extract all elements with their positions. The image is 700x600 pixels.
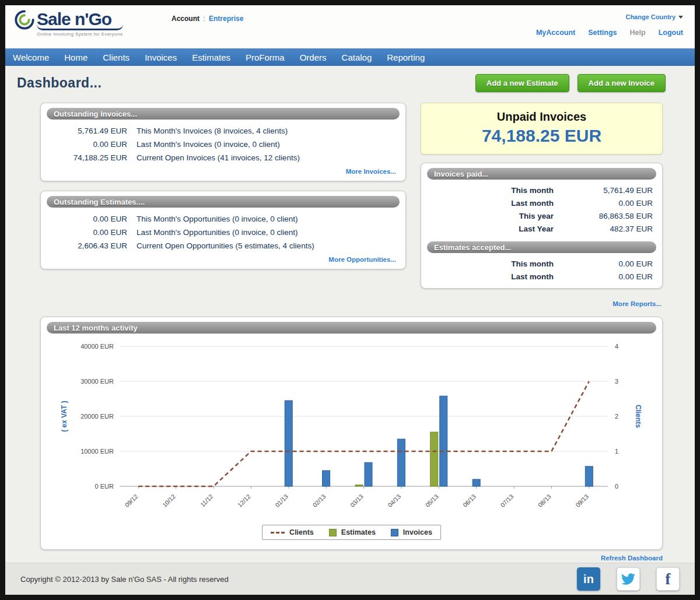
paid-and-accepted-card: Invoices paid... This month 5,761.49 EUR…	[421, 163, 663, 289]
link-help[interactable]: Help	[630, 29, 646, 37]
chart-legend-row: ClientsEstimatesInvoices	[47, 525, 656, 540]
row-amount: 2,606.43 EUR	[51, 240, 127, 251]
app-footer: Copyright © 2012-2013 by Sale n'Go SAS -…	[5, 563, 695, 595]
estimates-swatch-icon	[329, 529, 337, 536]
twitter-icon[interactable]	[617, 567, 640, 591]
activity-chart: 0 EUR10000 EUR20000 EUR30000 EUR40000 EU…	[47, 338, 656, 522]
row-description: Last Month's Opportunities (0 invoice, 0…	[136, 227, 395, 238]
svg-text:10/12: 10/12	[161, 493, 177, 508]
invoice-summary-row: 0.00 EUR Last Month's Invoices (0 invoic…	[47, 138, 400, 151]
app-frame: Sale n'Go Online Invoicing System for Ev…	[0, 0, 700, 600]
row-amount: 5,761.49 EUR	[51, 125, 127, 136]
accepted-row: This month 0.00 EUR	[427, 258, 656, 271]
more-opportunities-link[interactable]: More Opportunities...	[47, 252, 400, 264]
nav-item-proforma[interactable]: ProForma	[238, 48, 292, 66]
outstanding-invoices-header: Outstanding Invoices...	[47, 108, 400, 120]
estimates-accepted-header: Estimates accepted...	[427, 241, 656, 253]
linkedin-icon[interactable]: in	[577, 567, 600, 591]
legend-label: Clients	[289, 528, 314, 536]
row-amount: 0.00 EUR	[571, 198, 653, 209]
nav-item-invoices[interactable]: Invoices	[137, 48, 184, 66]
row-description: Last Month's Invoices (0 invoice, 0 clie…	[136, 139, 395, 150]
row-description: Current Open Opportunities (5 estimates,…	[136, 240, 395, 251]
paid-row: This month 5,761.49 EUR	[427, 184, 656, 197]
linkedin-glyph: in	[583, 573, 594, 586]
svg-text:07/13: 07/13	[499, 493, 514, 508]
row-label: This year	[430, 210, 571, 222]
account-label: Account	[172, 15, 200, 23]
add-estimate-button[interactable]: Add a new Estimate	[475, 74, 569, 92]
facebook-icon[interactable]: f	[656, 567, 680, 591]
svg-text:08/13: 08/13	[537, 493, 552, 508]
account-value-link[interactable]: Entreprise	[209, 15, 243, 23]
svg-text:0 EUR: 0 EUR	[95, 483, 114, 490]
nav-item-clients[interactable]: Clients	[95, 48, 137, 66]
page-title: Dashboard...	[17, 75, 102, 91]
svg-text:09/12: 09/12	[124, 493, 139, 508]
svg-text:( ex VAT ): ( ex VAT )	[60, 401, 68, 432]
header-links: Change Country MyAccount Settings Help L…	[536, 13, 683, 37]
link-logout[interactable]: Logout	[659, 29, 683, 37]
svg-text:05/13: 05/13	[424, 493, 440, 508]
nav-item-reporting[interactable]: Reporting	[379, 48, 432, 66]
legend-label: Estimates	[341, 528, 376, 536]
row-label: Last month	[430, 271, 571, 283]
nav-item-welcome[interactable]: Welcome	[5, 48, 57, 66]
row-amount: 5,761.49 EUR	[571, 185, 653, 197]
activity-chart-svg: 0 EUR10000 EUR20000 EUR30000 EUR40000 EU…	[47, 338, 642, 520]
more-reports-link[interactable]: More Reports...	[421, 297, 663, 308]
svg-text:2: 2	[615, 413, 618, 420]
link-settings[interactable]: Settings	[588, 29, 617, 37]
invoices-paid-header: Invoices paid...	[427, 168, 656, 180]
row-amount: 74,188.25 EUR	[51, 152, 127, 163]
caret-down-icon	[678, 16, 683, 19]
legend-item-invoices: Invoices	[391, 528, 432, 536]
logo[interactable]: Sale n'Go Online Invoicing System for Ev…	[15, 10, 123, 37]
more-invoices-link[interactable]: More Invoices...	[47, 164, 400, 176]
add-invoice-button[interactable]: Add a new Invoice	[578, 74, 666, 92]
row-description: Current Open Invoices (41 invoices, 12 c…	[136, 152, 395, 163]
paid-row: This year 86,863.58 EUR	[427, 210, 656, 223]
svg-text:10000 EUR: 10000 EUR	[80, 448, 114, 455]
facebook-glyph: f	[665, 570, 670, 588]
logo-tagline: Online Invoicing System for Everyone	[37, 31, 123, 37]
svg-text:09/13: 09/13	[574, 493, 590, 508]
row-amount: 0.00 EUR	[571, 271, 653, 283]
svg-text:Clients: Clients	[634, 405, 642, 428]
nav-item-catalog[interactable]: Catalog	[334, 48, 380, 66]
paid-row: Last month 0.00 EUR	[427, 197, 656, 210]
row-amount: 0.00 EUR	[571, 258, 653, 270]
outstanding-estimates-card: Outstanding Estimates.... 0.00 EUR This …	[40, 191, 406, 269]
svg-text:01/13: 01/13	[274, 493, 289, 508]
logo-swirl-icon	[15, 10, 34, 32]
row-label: Last month	[430, 198, 571, 209]
row-label: This month	[430, 258, 571, 270]
svg-text:3: 3	[615, 378, 618, 385]
app-header: Sale n'Go Online Invoicing System for Ev…	[5, 5, 695, 48]
row-description: This Month's Invoices (8 invoices, 4 cli…	[136, 125, 395, 136]
estimate-summary-row: 0.00 EUR This Month's Opportunities (0 i…	[47, 212, 400, 226]
svg-text:30000 EUR: 30000 EUR	[80, 378, 114, 385]
row-label: This month	[430, 185, 571, 197]
svg-text:40000 EUR: 40000 EUR	[80, 343, 114, 350]
row-amount: 86,863.58 EUR	[571, 210, 653, 222]
nav-item-home[interactable]: Home	[57, 48, 95, 66]
account-separator: :	[203, 15, 205, 23]
nav-item-orders[interactable]: Orders	[292, 48, 334, 66]
change-country-link[interactable]: Change Country	[625, 13, 683, 20]
nav-item-estimates[interactable]: Estimates	[184, 48, 238, 66]
svg-text:04/13: 04/13	[386, 493, 402, 508]
svg-text:1: 1	[615, 448, 618, 455]
accepted-row: Last month 0.00 EUR	[427, 271, 656, 283]
account-info: Account : Entreprise	[172, 15, 243, 23]
unpaid-invoices-card: Unpaid Invoices 74,188.25 EUR	[421, 103, 663, 155]
svg-text:11/12: 11/12	[199, 493, 215, 508]
link-myaccount[interactable]: MyAccount	[536, 29, 575, 37]
invoice-summary-row: 5,761.49 EUR This Month's Invoices (8 in…	[47, 124, 400, 138]
activity-chart-card: Last 12 months activity 0 EUR10000 EUR20…	[40, 317, 663, 550]
svg-text:02/13: 02/13	[311, 493, 327, 508]
estimate-summary-row: 2,606.43 EUR Current Open Opportunities …	[47, 239, 400, 252]
estimate-summary-row: 0.00 EUR Last Month's Opportunities (0 i…	[47, 226, 400, 239]
refresh-dashboard-link[interactable]: Refresh Dashboard	[601, 555, 663, 562]
svg-text:06/13: 06/13	[461, 493, 477, 508]
